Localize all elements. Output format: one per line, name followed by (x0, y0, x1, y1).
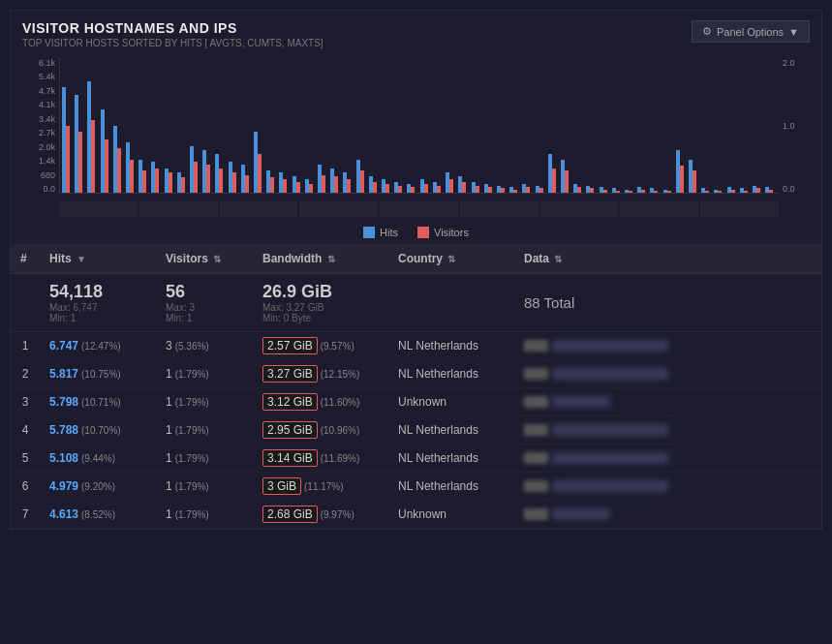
bar-visitors (641, 190, 645, 193)
bar-group (75, 95, 86, 193)
visitors-value: 1 (166, 423, 172, 437)
cell-visitors: 3(5.36%) (156, 332, 253, 360)
cell-visitors: 1(1.79%) (156, 388, 253, 416)
country-code: NL (398, 423, 413, 437)
data-bar-cell (524, 340, 812, 352)
table-row: 64.979(9.20%)1(1.79%)3 GiB(11.17%)NL Net… (11, 473, 821, 501)
cell-country: NL Netherlands (388, 360, 514, 388)
bar-group (536, 186, 547, 193)
bar-visitors (526, 187, 530, 193)
bandwidth-value: 2.57 GiB (262, 337, 318, 354)
chart-x-axis (59, 196, 779, 223)
bar-visitors (629, 191, 632, 193)
bar-group (548, 154, 560, 193)
visitors-value: 3 (166, 339, 172, 353)
cell-hits: 5.108(9.44%) (40, 445, 156, 473)
data-bar (552, 424, 668, 436)
data-num (524, 424, 548, 436)
cell-data (514, 360, 821, 388)
bar-visitors (194, 162, 198, 193)
bar-group (600, 187, 611, 193)
bar-group (497, 186, 508, 193)
bandwidth-value: 2.68 GiB (262, 506, 318, 523)
summary-hits-min: Min: 1 (49, 313, 146, 323)
bar-visitors (309, 184, 313, 193)
cell-data (514, 416, 821, 445)
cell-num: 7 (11, 501, 40, 529)
bar-visitors (398, 186, 402, 193)
bar-visitors (424, 184, 428, 193)
bar-visitors (411, 187, 415, 193)
x-axis-label (220, 201, 298, 217)
bar-visitors (718, 191, 722, 193)
bar-visitors (501, 188, 505, 193)
bandwidth-pct: (12.15%) (321, 369, 360, 380)
summary-row: 54,118 Max: 6,747 Min: 1 56 Max: 3 Min: … (11, 274, 821, 332)
hits-value: 6.747 (49, 339, 78, 353)
bar-group (113, 126, 125, 193)
hits-value: 4.979 (49, 479, 78, 493)
summary-data-total: 88 Total (514, 274, 821, 332)
panel-options-button[interactable]: ⚙ Panel Options ▼ (692, 20, 810, 43)
data-bar (552, 480, 668, 492)
bar-group (753, 186, 764, 193)
visitors-value: 1 (166, 395, 172, 409)
col-header-bandwidth[interactable]: Bandwidth ⇅ (253, 244, 388, 274)
cell-bandwidth: 2.57 GiB(9.57%) (253, 332, 388, 360)
col-header-visitors[interactable]: Visitors ⇅ (156, 244, 253, 274)
main-panel: VISITOR HOSTNAMES AND IPS TOP VISITOR HO… (10, 10, 822, 530)
bar-visitors (667, 191, 671, 193)
hits-pct: (10.71%) (81, 397, 121, 408)
summary-hits: 54,118 Max: 6,747 Min: 1 (40, 274, 156, 332)
data-bar (552, 340, 668, 352)
data-bar (552, 452, 668, 464)
bandwidth-value: 2.95 GiB (262, 421, 318, 439)
bar-group (522, 184, 534, 193)
cell-hits: 4.979(9.20%) (40, 473, 156, 501)
bar-group (87, 81, 99, 193)
table-row: 25.817(10.75%)1(1.79%)3.27 GiB(12.15%)NL… (11, 360, 821, 388)
data-num (524, 452, 548, 464)
bar-group (472, 182, 483, 194)
cell-bandwidth: 3.14 GiB(11.69%) (253, 445, 388, 473)
bar-group (266, 170, 278, 193)
table-row: 16.747(12.47%)3(5.36%)2.57 GiB(9.57%)NL … (11, 332, 821, 360)
bandwidth-pct: (11.60%) (321, 397, 360, 408)
cell-country: NL Netherlands (388, 473, 514, 501)
x-axis-label (700, 201, 779, 217)
visitors-pct: (1.79%) (175, 369, 209, 380)
bar-visitors (258, 154, 262, 193)
hits-pct: (10.70%) (81, 425, 121, 436)
data-bar-cell (524, 424, 812, 436)
cell-data (514, 445, 821, 473)
bar-group (318, 165, 329, 193)
col-header-data[interactable]: Data ⇅ (514, 244, 821, 274)
col-header-country[interactable]: Country ⇅ (388, 244, 514, 274)
cell-country: NL Netherlands (388, 445, 514, 473)
bar-visitors (347, 179, 351, 193)
bar-visitors (705, 191, 709, 193)
col-header-hits[interactable]: Hits ▼ (40, 244, 156, 274)
country-name: Unknown (398, 395, 447, 409)
bandwidth-pct: (10.96%) (321, 425, 360, 436)
bar-visitors (590, 188, 594, 193)
table-row: 35.798(10.71%)1(1.79%)3.12 GiB(11.60%)Un… (11, 388, 821, 416)
summary-bandwidth-min: Min: 0 Byte (262, 313, 379, 323)
cell-data (514, 332, 821, 360)
bar-group (586, 186, 598, 193)
bar-group (279, 172, 291, 193)
cell-data (514, 388, 821, 416)
cell-visitors: 1(1.79%) (156, 473, 253, 501)
bar-visitors (155, 169, 159, 193)
summary-visitors-max: Max: 3 (166, 302, 243, 313)
cell-country: Unknown (388, 501, 514, 529)
visitors-value: 1 (166, 507, 172, 521)
bar-visitors (91, 120, 95, 193)
bandwidth-value: 3.27 GiB (262, 365, 318, 383)
bar-visitors (117, 148, 121, 193)
cell-country: NL Netherlands (388, 332, 514, 360)
visitors-pct: (1.79%) (175, 509, 209, 520)
visitors-value: 1 (166, 451, 172, 465)
bar-visitors (552, 169, 556, 193)
bar-visitors (731, 190, 735, 193)
